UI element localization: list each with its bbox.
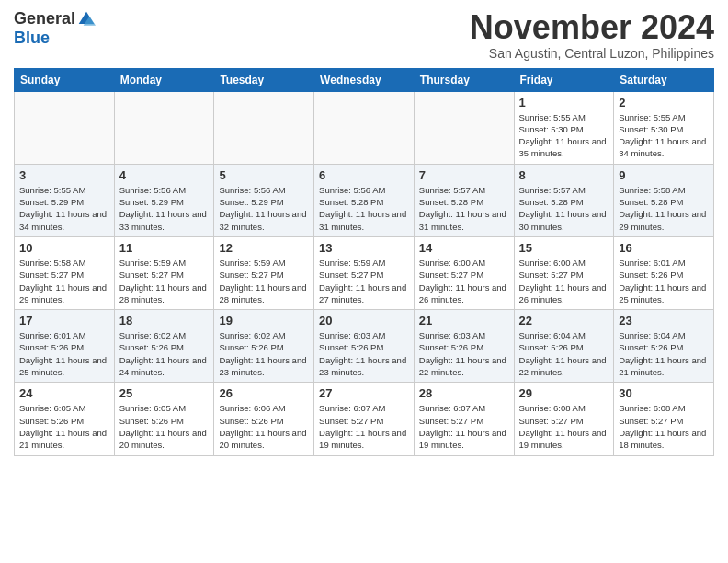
day-info: Sunrise: 6:07 AM Sunset: 5:27 PM Dayligh…	[319, 402, 409, 451]
page: General Blue November 2024 San Agustin, …	[0, 0, 728, 563]
day-number: 5	[219, 168, 309, 182]
day-number: 14	[419, 241, 509, 255]
table-row: 16Sunrise: 6:01 AM Sunset: 5:26 PM Dayli…	[614, 236, 714, 309]
day-number: 17	[19, 314, 109, 327]
day-info: Sunrise: 6:05 AM Sunset: 5:26 PM Dayligh…	[119, 402, 210, 451]
day-info: Sunrise: 6:01 AM Sunset: 5:26 PM Dayligh…	[619, 257, 709, 305]
table-row: 9Sunrise: 5:58 AM Sunset: 5:28 PM Daylig…	[614, 164, 714, 236]
day-info: Sunrise: 6:07 AM Sunset: 5:27 PM Dayligh…	[419, 402, 509, 451]
day-number: 24	[19, 386, 109, 400]
table-row: 10Sunrise: 5:58 AM Sunset: 5:27 PM Dayli…	[15, 236, 115, 309]
table-row: 23Sunrise: 6:04 AM Sunset: 5:26 PM Dayli…	[614, 310, 714, 383]
table-row: 6Sunrise: 5:56 AM Sunset: 5:28 PM Daylig…	[314, 164, 415, 236]
day-info: Sunrise: 5:56 AM Sunset: 5:29 PM Dayligh…	[119, 184, 210, 233]
table-row	[214, 91, 314, 164]
calendar-week-row: 1Sunrise: 5:55 AM Sunset: 5:30 PM Daylig…	[15, 91, 714, 164]
table-row: 11Sunrise: 5:59 AM Sunset: 5:27 PM Dayli…	[114, 236, 214, 309]
table-row: 20Sunrise: 6:03 AM Sunset: 5:26 PM Dayli…	[314, 310, 415, 383]
table-row: 21Sunrise: 6:03 AM Sunset: 5:26 PM Dayli…	[414, 310, 514, 383]
day-number: 26	[219, 386, 309, 400]
logo: General Blue	[14, 9, 96, 48]
day-number: 23	[619, 314, 709, 327]
table-row: 14Sunrise: 6:00 AM Sunset: 5:27 PM Dayli…	[414, 236, 514, 309]
calendar-week-row: 3Sunrise: 5:55 AM Sunset: 5:29 PM Daylig…	[15, 164, 714, 236]
table-row: 7Sunrise: 5:57 AM Sunset: 5:28 PM Daylig…	[414, 164, 514, 236]
day-info: Sunrise: 6:00 AM Sunset: 5:27 PM Dayligh…	[419, 257, 509, 305]
day-number: 2	[619, 96, 709, 109]
day-number: 10	[19, 241, 109, 255]
table-row	[414, 91, 514, 164]
table-row: 5Sunrise: 5:56 AM Sunset: 5:29 PM Daylig…	[214, 164, 314, 236]
table-row: 2Sunrise: 5:55 AM Sunset: 5:30 PM Daylig…	[614, 91, 714, 164]
table-row: 1Sunrise: 5:55 AM Sunset: 5:30 PM Daylig…	[514, 91, 614, 164]
table-row: 17Sunrise: 6:01 AM Sunset: 5:26 PM Dayli…	[15, 310, 115, 383]
table-row: 28Sunrise: 6:07 AM Sunset: 5:27 PM Dayli…	[414, 383, 514, 455]
table-row: 4Sunrise: 5:56 AM Sunset: 5:29 PM Daylig…	[114, 164, 214, 236]
day-number: 29	[519, 386, 609, 400]
table-row	[114, 91, 214, 164]
day-number: 19	[219, 314, 309, 327]
day-info: Sunrise: 5:57 AM Sunset: 5:28 PM Dayligh…	[419, 184, 509, 233]
logo-icon	[77, 10, 96, 29]
day-info: Sunrise: 6:04 AM Sunset: 5:26 PM Dayligh…	[519, 329, 609, 378]
table-row: 15Sunrise: 6:00 AM Sunset: 5:27 PM Dayli…	[514, 236, 614, 309]
day-info: Sunrise: 5:59 AM Sunset: 5:27 PM Dayligh…	[319, 257, 409, 305]
day-number: 6	[319, 168, 409, 182]
day-info: Sunrise: 5:59 AM Sunset: 5:27 PM Dayligh…	[119, 257, 210, 305]
table-row: 22Sunrise: 6:04 AM Sunset: 5:26 PM Dayli…	[514, 310, 614, 383]
day-info: Sunrise: 6:02 AM Sunset: 5:26 PM Dayligh…	[219, 329, 309, 378]
day-number: 9	[619, 168, 709, 182]
day-info: Sunrise: 6:05 AM Sunset: 5:26 PM Dayligh…	[19, 402, 109, 451]
day-number: 18	[119, 314, 210, 327]
day-number: 4	[119, 168, 210, 182]
header: General Blue November 2024 San Agustin, …	[14, 9, 714, 61]
title-section: November 2024 San Agustin, Central Luzon…	[470, 9, 714, 61]
day-info: Sunrise: 6:08 AM Sunset: 5:27 PM Dayligh…	[619, 402, 709, 451]
col-thursday: Thursday	[414, 68, 514, 91]
day-info: Sunrise: 6:08 AM Sunset: 5:27 PM Dayligh…	[519, 402, 609, 451]
calendar-week-row: 24Sunrise: 6:05 AM Sunset: 5:26 PM Dayli…	[15, 383, 714, 455]
day-number: 12	[219, 241, 309, 255]
day-number: 30	[619, 386, 709, 400]
col-saturday: Saturday	[614, 68, 714, 91]
day-info: Sunrise: 5:58 AM Sunset: 5:27 PM Dayligh…	[19, 257, 109, 305]
day-number: 22	[519, 314, 609, 327]
day-number: 21	[419, 314, 509, 327]
table-row: 3Sunrise: 5:55 AM Sunset: 5:29 PM Daylig…	[15, 164, 115, 236]
day-number: 1	[519, 96, 609, 109]
day-number: 11	[119, 241, 210, 255]
logo-general-text: General	[14, 9, 75, 29]
day-number: 28	[419, 386, 509, 400]
table-row	[15, 91, 115, 164]
day-info: Sunrise: 6:00 AM Sunset: 5:27 PM Dayligh…	[519, 257, 609, 305]
table-row: 24Sunrise: 6:05 AM Sunset: 5:26 PM Dayli…	[15, 383, 115, 455]
month-title: November 2024	[470, 9, 714, 46]
day-info: Sunrise: 6:02 AM Sunset: 5:26 PM Dayligh…	[119, 329, 210, 378]
table-row: 27Sunrise: 6:07 AM Sunset: 5:27 PM Dayli…	[314, 383, 415, 455]
day-info: Sunrise: 5:58 AM Sunset: 5:28 PM Dayligh…	[619, 184, 709, 233]
col-monday: Monday	[114, 68, 214, 91]
calendar-body: 1Sunrise: 5:55 AM Sunset: 5:30 PM Daylig…	[15, 91, 714, 455]
calendar-table: Sunday Monday Tuesday Wednesday Thursday…	[14, 68, 714, 456]
table-row: 13Sunrise: 5:59 AM Sunset: 5:27 PM Dayli…	[314, 236, 415, 309]
day-number: 20	[319, 314, 409, 327]
calendar-week-row: 10Sunrise: 5:58 AM Sunset: 5:27 PM Dayli…	[15, 236, 714, 309]
calendar-week-row: 17Sunrise: 6:01 AM Sunset: 5:26 PM Dayli…	[15, 310, 714, 383]
table-row: 12Sunrise: 5:59 AM Sunset: 5:27 PM Dayli…	[214, 236, 314, 309]
day-number: 8	[519, 168, 609, 182]
day-number: 13	[319, 241, 409, 255]
day-info: Sunrise: 6:04 AM Sunset: 5:26 PM Dayligh…	[619, 329, 709, 378]
day-number: 16	[619, 241, 709, 255]
table-row: 29Sunrise: 6:08 AM Sunset: 5:27 PM Dayli…	[514, 383, 614, 455]
col-friday: Friday	[514, 68, 614, 91]
table-row: 8Sunrise: 5:57 AM Sunset: 5:28 PM Daylig…	[514, 164, 614, 236]
day-info: Sunrise: 5:59 AM Sunset: 5:27 PM Dayligh…	[219, 257, 309, 305]
day-info: Sunrise: 6:01 AM Sunset: 5:26 PM Dayligh…	[19, 329, 109, 378]
day-info: Sunrise: 6:06 AM Sunset: 5:26 PM Dayligh…	[219, 402, 309, 451]
col-sunday: Sunday	[15, 68, 115, 91]
day-number: 3	[19, 168, 109, 182]
day-number: 15	[519, 241, 609, 255]
table-row: 19Sunrise: 6:02 AM Sunset: 5:26 PM Dayli…	[214, 310, 314, 383]
table-row	[314, 91, 415, 164]
day-info: Sunrise: 5:57 AM Sunset: 5:28 PM Dayligh…	[519, 184, 609, 233]
